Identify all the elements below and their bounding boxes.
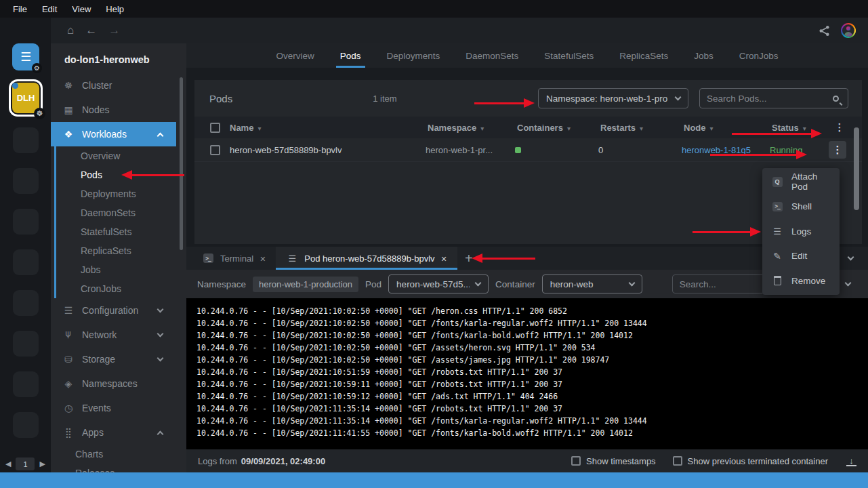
user-avatar-person-icon [842,24,854,37]
sidebar-item-label: Namespaces [82,378,176,389]
column-header[interactable]: Status [772,123,833,133]
cluster-placeholder-tile[interactable] [13,371,39,397]
sidebar-item[interactable]: Namespaces [51,371,176,396]
sidebar-item[interactable]: Nodes [51,98,176,122]
sort-caret-icon [563,123,571,133]
container-status-dot [515,147,521,153]
context-menu-item[interactable]: Shell [762,195,840,220]
cluster-placeholder-tile[interactable] [13,331,39,357]
sidebar-item[interactable]: Cluster [51,73,176,98]
sidebar-item-label: Nodes [82,104,176,115]
cluster-rail: DLH 1 [0,18,51,472]
container-label: Container [495,279,535,289]
sidebar-item[interactable]: Network [51,323,176,347]
sidebar-subitem[interactable]: Deployments [56,184,186,203]
menubar-item[interactable]: Help [98,4,131,14]
sidebar-item-label: Network [82,329,158,340]
sidebar-subitem[interactable]: Releases [51,464,186,472]
workload-tab[interactable]: StatefulSets [531,43,606,68]
logs-from-timestamp: 09/09/2021, 02:49:00 [241,456,325,466]
dock-tab[interactable]: Terminal [192,247,276,270]
show-previous-checkbox[interactable] [673,456,682,466]
search-pods-input[interactable] [707,94,833,104]
sidebar-item[interactable]: Workloads [51,122,176,146]
download-logs-icon[interactable] [846,456,856,466]
sidebar-item[interactable]: Apps [51,420,176,445]
sort-caret-icon [476,123,484,133]
menu-item-icon [771,201,783,212]
search-icon[interactable] [833,96,839,102]
page-prev-icon[interactable] [5,460,11,468]
row-checkbox[interactable] [210,145,220,155]
dock-tab[interactable]: Pod heron-web-57d58889b-bpvlv [276,247,457,270]
sidebar-subitem[interactable]: Charts [51,445,186,464]
active-cluster-avatar[interactable]: DLH [9,79,43,117]
workload-tab[interactable]: Pods [327,43,374,68]
sidebar-subitem[interactable]: StatefulSets [56,222,186,241]
pod-label: Pod [365,279,381,289]
context-menu-item[interactable]: Logs [762,219,840,244]
workload-tab[interactable]: Overview [263,43,327,68]
forward-icon[interactable] [108,24,120,37]
chevron-down-icon [675,94,682,100]
menubar-item[interactable]: Edit [35,4,64,14]
context-menu-item[interactable]: Remove [762,268,840,293]
context-menu-item[interactable]: Edit [762,244,840,269]
sidebar-subitem[interactable]: CronJobs [56,279,186,298]
column-header[interactable]: Name [230,123,428,133]
pod-table-row[interactable]: heron-web-57d58889b-bpvlv heron-web-1-pr… [194,138,862,162]
log-line: 10.244.0.76 - - [10/Sep/2021:10:02:50 +0… [197,329,868,342]
catalog-button[interactable] [12,43,39,70]
sidebar-scrollbar[interactable] [180,77,183,250]
annotation-arrow-row-kebab [710,154,796,156]
show-timestamps-checkbox[interactable] [571,456,581,466]
workload-tab[interactable]: Deployments [374,43,453,68]
column-header[interactable]: Namespace [428,123,517,133]
menubar-item[interactable]: File [5,4,35,14]
user-avatar[interactable] [841,23,856,38]
sidebar-subitem[interactable]: ReplicaSets [56,241,186,260]
select-all-checkbox[interactable] [210,123,220,133]
sidebar-item[interactable]: Configuration [51,298,176,323]
column-header[interactable]: Restarts [600,123,684,133]
sidebar-subitem[interactable]: Overview [56,146,186,165]
cluster-placeholder-tile[interactable] [13,168,39,194]
sidebar-item-label: Workloads [82,129,158,140]
menubar-item[interactable]: View [64,4,98,14]
chevron-down-icon[interactable] [845,279,852,286]
column-header[interactable]: Containers [517,123,600,133]
dock-tab-label: Terminal [220,253,253,264]
sidebar-subitem[interactable]: Jobs [56,260,186,279]
workload-tab[interactable]: CronJobs [726,43,791,68]
row-menu-kebab-button[interactable] [829,141,846,159]
sidebar-item-icon [62,104,75,115]
home-icon[interactable] [67,24,74,37]
cluster-placeholder-tile[interactable] [13,412,39,438]
cluster-placeholder-tile[interactable] [13,209,39,235]
sidebar-subitem[interactable]: DaemonSets [56,203,186,222]
table-menu-kebab-icon[interactable] [833,121,846,134]
page-next-icon[interactable] [39,460,45,468]
share-icon[interactable] [819,25,830,37]
chevron-down-icon[interactable] [848,253,854,260]
workload-tab[interactable]: ReplicaSets [606,43,681,68]
sidebar-item[interactable]: Storage [51,347,176,371]
pod-select[interactable]: heron-web-57d5... [388,274,489,293]
close-icon[interactable] [441,253,447,264]
back-icon[interactable] [85,24,97,37]
namespace-filter-select[interactable]: Namespace: heron-web-1-pro [538,88,688,108]
context-menu-item[interactable]: Attach Pod [762,169,840,195]
container-select[interactable]: heron-web [542,274,642,293]
workload-tab[interactable]: Jobs [681,43,726,68]
cluster-placeholder-tile[interactable] [13,290,39,316]
panel-title: Pods [209,93,232,104]
cluster-placeholder-tile[interactable] [13,249,39,275]
close-icon[interactable] [260,253,266,264]
sidebar-item-icon [62,329,75,340]
chevron-icon [157,132,164,139]
sidebar-item[interactable]: Events [51,396,176,420]
panel-scrollbar[interactable] [854,127,859,210]
column-header[interactable]: Node [684,123,772,133]
workload-tab[interactable]: DaemonSets [453,43,531,68]
cluster-placeholder-tile[interactable] [13,127,39,153]
